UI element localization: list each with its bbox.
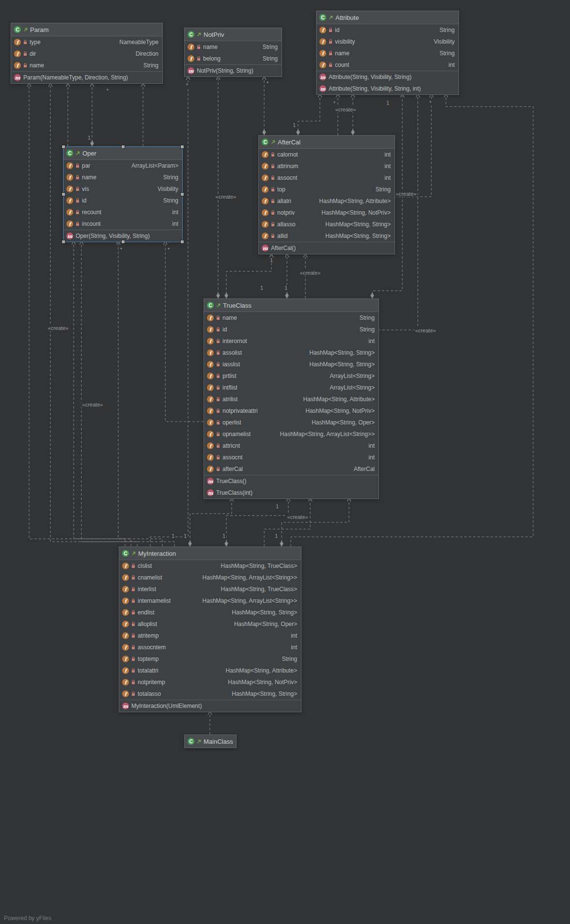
field-row: fatrilistHashMap<String, Attribute> <box>204 393 379 405</box>
field-row: fcnamelistHashMap<String, ArrayList<Stri… <box>119 572 301 583</box>
method-row: mAfterCal() <box>259 242 395 254</box>
class-node-attribute[interactable]: CAttributefidStringfvisibilityVisibility… <box>316 11 459 95</box>
class-header: COper <box>63 147 182 160</box>
method-signature: NotPriv(String, String) <box>197 67 253 74</box>
lock-icon <box>271 234 275 238</box>
lock-icon <box>216 327 220 332</box>
multiplicity-label: 1 <box>259 285 264 291</box>
field-type: int <box>363 338 375 345</box>
class-header: CMainClass <box>185 735 236 748</box>
lock-icon <box>76 175 79 180</box>
lock-icon <box>131 598 135 603</box>
lock-icon <box>271 164 275 169</box>
field-name: alloplist <box>138 621 157 627</box>
field-name: allasso <box>277 221 295 228</box>
field-type: HashMap<String, NotPriv> <box>300 407 375 414</box>
selection-handle[interactable] <box>121 240 125 244</box>
method-signature: AfterCal() <box>271 245 296 251</box>
field-icon: f <box>262 163 269 170</box>
field-icon: f <box>122 563 129 569</box>
lock-icon <box>216 408 220 413</box>
class-name: NotPriv <box>204 31 224 38</box>
field-type: NameableType <box>113 39 158 46</box>
field-type: Direction <box>130 50 158 57</box>
field-icon: f <box>207 338 214 345</box>
fields-section: ftypeNameableTypefdirDirectionfnameStrin… <box>11 36 162 71</box>
lock-icon <box>131 691 135 696</box>
field-type: HashMap<String, NotPriv> <box>222 679 297 686</box>
lock-icon <box>216 467 220 471</box>
class-header: CTrueClass <box>204 299 379 312</box>
lock-icon <box>329 39 332 44</box>
field-icon: f <box>122 574 129 581</box>
create-stereotype-label: «create» <box>414 328 437 333</box>
class-header: CAttribute <box>317 11 459 24</box>
selection-handle[interactable] <box>62 145 65 149</box>
class-name: Oper <box>82 150 96 157</box>
multiplicity-label: 1 <box>385 100 390 106</box>
method-icon: m <box>66 233 73 239</box>
class-node-aftercal[interactable]: CAfterCalfcalornotintfattrinumintfassocn… <box>258 135 395 254</box>
multiplicity-label: * <box>332 100 336 106</box>
multiplicity-label: * <box>119 247 123 252</box>
field-row: fallatriHashMap<String, Attribute> <box>259 195 395 207</box>
class-node-notpriv[interactable]: CNotPrivfnameStringfbelongStringmNotPriv… <box>184 28 282 77</box>
field-row: fidString <box>63 195 182 206</box>
field-type: HashMap<String, String> <box>303 361 375 368</box>
field-icon: f <box>122 597 129 604</box>
field-row: ftotalattriHashMap<String, Attribute> <box>119 665 301 676</box>
lock-icon <box>216 350 220 355</box>
field-name: assocntem <box>138 644 166 651</box>
selection-handle[interactable] <box>180 145 184 149</box>
create-stereotype-label: «create» <box>299 270 322 276</box>
multiplicity-label: 1 <box>183 533 188 539</box>
field-type: HashMap<String, ArrayList<String>> <box>197 597 297 604</box>
class-name: Param <box>30 26 48 33</box>
lock-icon <box>76 210 79 215</box>
selection-handle[interactable] <box>180 240 184 244</box>
lock-icon <box>329 28 332 32</box>
class-node-oper[interactable]: COperfparArrayList<Param>fnameStringfvis… <box>63 146 183 242</box>
selection-handle[interactable] <box>121 145 125 149</box>
method-signature: Attribute(String, Visibility, String, in… <box>329 85 421 92</box>
powered-by-yfiles-link[interactable]: Powered by yFiles <box>4 915 51 922</box>
field-row: fattricntint <box>204 440 379 452</box>
field-icon: f <box>262 209 269 216</box>
multiplicity-label: * <box>167 247 171 252</box>
field-icon: f <box>66 209 73 216</box>
multiplicity-label: 1 <box>171 533 175 539</box>
selection-handle[interactable] <box>62 240 65 244</box>
field-name: afterCal <box>222 466 243 472</box>
diagram-canvas[interactable]: Powered by yFiles «create»«create»«creat… <box>0 0 570 924</box>
class-node-param[interactable]: CParamftypeNameableTypefdirDirectionfnam… <box>11 23 163 84</box>
field-row: fidString <box>317 24 459 36</box>
field-type: int <box>443 62 455 68</box>
multiplicity-label: 1 <box>222 533 226 539</box>
class-name: MyInteraction <box>138 550 176 557</box>
field-row: fassolistHashMap<String, String> <box>204 347 379 359</box>
field-row: fparArrayList<Param> <box>63 160 182 172</box>
field-type: HashMap<String, TrueClass> <box>215 586 297 593</box>
class-node-trueclass[interactable]: CTrueClassfnameStringfidStringfinterorno… <box>204 298 379 499</box>
method-icon: m <box>14 74 21 81</box>
selection-handle[interactable] <box>62 192 65 196</box>
field-name: dir <box>30 50 36 57</box>
lock-icon <box>131 680 135 685</box>
methods-section: mAttribute(String, Visibility, String)mA… <box>317 71 459 94</box>
selection-handle[interactable] <box>180 192 184 196</box>
lock-icon <box>216 443 220 448</box>
class-node-myinteraction[interactable]: CMyInteractionfclslistHashMap<String, Tr… <box>119 547 301 712</box>
field-type: String <box>354 314 375 321</box>
nav-arrow-icon <box>271 140 275 144</box>
method-icon: m <box>122 703 129 709</box>
field-icon: f <box>262 151 269 158</box>
field-name: name <box>82 174 96 181</box>
class-icon: C <box>262 139 269 145</box>
field-name: opnamelist <box>222 431 251 438</box>
method-signature: Param(NameableType, Direction, String) <box>23 74 128 81</box>
field-icon: f <box>66 162 73 169</box>
field-name: id <box>222 326 227 333</box>
class-node-mainclass[interactable]: CMainClass <box>184 735 237 748</box>
field-type: HashMap<String, String> <box>319 233 391 239</box>
field-type: HashMap<String, String> <box>226 690 297 697</box>
